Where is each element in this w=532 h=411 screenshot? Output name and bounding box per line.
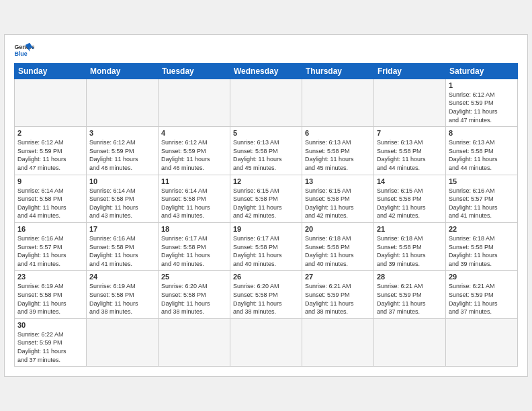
calendar-day-cell: 29Sunrise: 6:21 AM Sunset: 5:59 PM Dayli… (446, 271, 518, 318)
calendar-day-cell (230, 318, 302, 366)
calendar-header: General Blue (14, 42, 518, 59)
calendar-day-cell: 1Sunrise: 6:12 AM Sunset: 5:59 PM Daylig… (446, 79, 518, 126)
calendar-day-cell: 16Sunrise: 6:16 AM Sunset: 5:57 PM Dayli… (15, 223, 87, 271)
calendar-day-cell (374, 79, 446, 126)
calendar-day-cell (159, 318, 230, 366)
day-info: Sunrise: 6:13 AM Sunset: 5:58 PM Dayligh… (305, 138, 371, 172)
day-info: Sunrise: 6:16 AM Sunset: 5:57 PM Dayligh… (17, 234, 83, 268)
day-number: 10 (89, 177, 155, 185)
weekday-header-row: SundayMondayTuesdayWednesdayThursdayFrid… (15, 63, 518, 79)
day-info: Sunrise: 6:15 AM Sunset: 5:58 PM Dayligh… (377, 187, 443, 220)
calendar-day-cell (159, 79, 230, 126)
day-info: Sunrise: 6:12 AM Sunset: 5:59 PM Dayligh… (449, 91, 515, 124)
day-number: 7 (377, 129, 443, 137)
day-number: 1 (449, 81, 515, 89)
day-info: Sunrise: 6:18 AM Sunset: 5:58 PM Dayligh… (305, 234, 371, 268)
day-number: 12 (233, 177, 299, 185)
weekday-header-cell: Friday (374, 63, 446, 79)
day-number: 24 (89, 273, 155, 281)
calendar-day-cell (302, 79, 374, 126)
day-info: Sunrise: 6:12 AM Sunset: 5:59 PM Dayligh… (17, 138, 83, 172)
day-number: 15 (449, 177, 515, 185)
day-number: 23 (17, 273, 83, 281)
calendar-day-cell (87, 318, 159, 366)
day-info: Sunrise: 6:17 AM Sunset: 5:58 PM Dayligh… (161, 234, 227, 268)
day-info: Sunrise: 6:19 AM Sunset: 5:58 PM Dayligh… (17, 282, 83, 316)
calendar-day-cell: 17Sunrise: 6:16 AM Sunset: 5:58 PM Dayli… (87, 223, 159, 271)
day-info: Sunrise: 6:12 AM Sunset: 5:59 PM Dayligh… (89, 138, 155, 172)
calendar-day-cell: 18Sunrise: 6:17 AM Sunset: 5:58 PM Dayli… (159, 223, 230, 271)
day-info: Sunrise: 6:14 AM Sunset: 5:58 PM Dayligh… (89, 187, 155, 220)
day-number: 16 (17, 225, 83, 233)
day-number: 21 (377, 225, 443, 233)
day-number: 18 (161, 225, 227, 233)
calendar-day-cell: 6Sunrise: 6:13 AM Sunset: 5:58 PM Daylig… (302, 127, 374, 175)
day-info: Sunrise: 6:18 AM Sunset: 5:58 PM Dayligh… (449, 234, 515, 268)
day-number: 3 (89, 129, 155, 137)
calendar-day-cell: 7Sunrise: 6:13 AM Sunset: 5:58 PM Daylig… (374, 127, 446, 175)
day-number: 30 (17, 321, 83, 329)
calendar-day-cell: 19Sunrise: 6:17 AM Sunset: 5:58 PM Dayli… (230, 223, 302, 271)
calendar-day-cell (230, 79, 302, 126)
day-info: Sunrise: 6:16 AM Sunset: 5:58 PM Dayligh… (89, 234, 155, 268)
day-number: 29 (449, 273, 515, 281)
weekday-header-cell: Wednesday (230, 63, 302, 79)
day-info: Sunrise: 6:21 AM Sunset: 5:59 PM Dayligh… (305, 282, 371, 316)
day-info: Sunrise: 6:13 AM Sunset: 5:58 PM Dayligh… (449, 138, 515, 172)
day-number: 17 (89, 225, 155, 233)
day-number: 4 (161, 129, 227, 137)
calendar-day-cell: 5Sunrise: 6:13 AM Sunset: 5:58 PM Daylig… (230, 127, 302, 175)
day-info: Sunrise: 6:17 AM Sunset: 5:58 PM Dayligh… (233, 234, 299, 268)
calendar-day-cell (302, 318, 374, 366)
calendar-week-row: 9Sunrise: 6:14 AM Sunset: 5:58 PM Daylig… (15, 175, 518, 222)
calendar-week-row: 30Sunrise: 6:22 AM Sunset: 5:59 PM Dayli… (15, 318, 518, 366)
calendar-day-cell: 15Sunrise: 6:16 AM Sunset: 5:57 PM Dayli… (446, 175, 518, 222)
day-number: 11 (161, 177, 227, 185)
day-info: Sunrise: 6:22 AM Sunset: 5:59 PM Dayligh… (17, 330, 83, 364)
calendar-day-cell: 14Sunrise: 6:15 AM Sunset: 5:58 PM Dayli… (374, 175, 446, 222)
calendar-day-cell: 30Sunrise: 6:22 AM Sunset: 5:59 PM Dayli… (15, 318, 87, 366)
calendar-day-cell: 9Sunrise: 6:14 AM Sunset: 5:58 PM Daylig… (15, 175, 87, 222)
day-number: 26 (233, 273, 299, 281)
day-number: 5 (233, 129, 299, 137)
calendar-day-cell (15, 79, 87, 126)
day-info: Sunrise: 6:13 AM Sunset: 5:58 PM Dayligh… (377, 138, 443, 172)
calendar-day-cell (87, 79, 159, 126)
day-number: 20 (305, 225, 371, 233)
day-info: Sunrise: 6:20 AM Sunset: 5:58 PM Dayligh… (233, 282, 299, 316)
day-number: 2 (17, 129, 83, 137)
day-info: Sunrise: 6:12 AM Sunset: 5:59 PM Dayligh… (161, 138, 227, 172)
day-info: Sunrise: 6:13 AM Sunset: 5:58 PM Dayligh… (233, 138, 299, 172)
day-number: 28 (377, 273, 443, 281)
calendar-day-cell: 27Sunrise: 6:21 AM Sunset: 5:59 PM Dayli… (302, 271, 374, 318)
calendar-week-row: 16Sunrise: 6:16 AM Sunset: 5:57 PM Dayli… (15, 223, 518, 271)
calendar-day-cell: 22Sunrise: 6:18 AM Sunset: 5:58 PM Dayli… (446, 223, 518, 271)
calendar-day-cell: 11Sunrise: 6:14 AM Sunset: 5:58 PM Dayli… (159, 175, 230, 222)
day-info: Sunrise: 6:21 AM Sunset: 5:59 PM Dayligh… (377, 282, 443, 316)
calendar-day-cell: 21Sunrise: 6:18 AM Sunset: 5:58 PM Dayli… (374, 223, 446, 271)
calendar-day-cell: 2Sunrise: 6:12 AM Sunset: 5:59 PM Daylig… (15, 127, 87, 175)
calendar-week-row: 1Sunrise: 6:12 AM Sunset: 5:59 PM Daylig… (15, 79, 518, 126)
calendar-container: General Blue SundayMondayTuesdayWednesda… (4, 34, 528, 377)
weekday-header-cell: Sunday (15, 63, 87, 79)
day-number: 25 (161, 273, 227, 281)
day-info: Sunrise: 6:14 AM Sunset: 5:58 PM Dayligh… (161, 187, 227, 220)
weekday-header-cell: Tuesday (159, 63, 230, 79)
day-number: 9 (17, 177, 83, 185)
day-number: 14 (377, 177, 443, 185)
day-number: 19 (233, 225, 299, 233)
day-info: Sunrise: 6:21 AM Sunset: 5:59 PM Dayligh… (449, 282, 515, 316)
day-info: Sunrise: 6:19 AM Sunset: 5:58 PM Dayligh… (89, 282, 155, 316)
weekday-header-cell: Thursday (302, 63, 374, 79)
calendar-day-cell (446, 318, 518, 366)
calendar-day-cell: 26Sunrise: 6:20 AM Sunset: 5:58 PM Dayli… (230, 271, 302, 318)
day-number: 8 (449, 129, 515, 137)
calendar-week-row: 23Sunrise: 6:19 AM Sunset: 5:58 PM Dayli… (15, 271, 518, 318)
calendar-day-cell: 23Sunrise: 6:19 AM Sunset: 5:58 PM Dayli… (15, 271, 87, 318)
day-info: Sunrise: 6:18 AM Sunset: 5:58 PM Dayligh… (377, 234, 443, 268)
day-info: Sunrise: 6:20 AM Sunset: 5:58 PM Dayligh… (161, 282, 227, 316)
calendar-day-cell: 4Sunrise: 6:12 AM Sunset: 5:59 PM Daylig… (159, 127, 230, 175)
calendar-day-cell: 13Sunrise: 6:15 AM Sunset: 5:58 PM Dayli… (302, 175, 374, 222)
day-number: 13 (305, 177, 371, 185)
weekday-header-cell: Saturday (446, 63, 518, 79)
